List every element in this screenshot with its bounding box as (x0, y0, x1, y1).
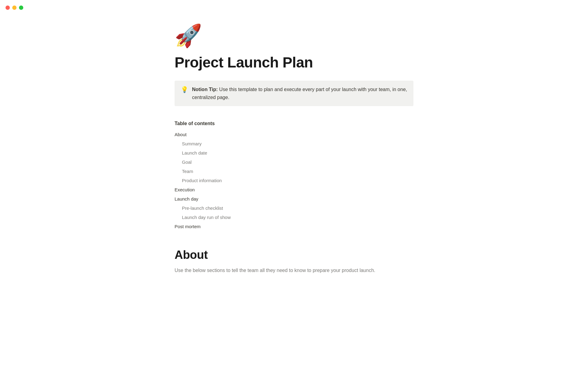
toc-item[interactable]: Execution (175, 185, 413, 194)
toc-link-about[interactable]: About (175, 132, 187, 137)
toc-item[interactable]: Post mortem (175, 222, 413, 231)
toc-item[interactable]: Launch date (175, 148, 413, 158)
toc-list: AboutSummaryLaunch dateGoalTeamProduct i… (175, 130, 413, 231)
notion-tip-callout: 💡 Notion Tip: Use this template to plan … (175, 81, 413, 106)
toc-link-pre-launch-checklist[interactable]: Pre-launch checklist (182, 205, 223, 211)
maximize-button[interactable] (19, 6, 23, 10)
lightbulb-icon: 💡 (181, 86, 188, 93)
toc-item[interactable]: Pre-launch checklist (175, 204, 413, 213)
toc-link-launch-day[interactable]: Launch day (175, 196, 198, 201)
page-icon[interactable]: 🚀 (175, 25, 413, 47)
table-of-contents: Table of contents AboutSummaryLaunch dat… (175, 121, 413, 231)
toc-item[interactable]: About (175, 130, 413, 139)
toc-link-launch-day-run-of-show[interactable]: Launch day run of show (182, 215, 231, 220)
close-button[interactable] (6, 6, 10, 10)
toc-item[interactable]: Goal (175, 158, 413, 167)
toc-item[interactable]: Product information (175, 176, 413, 185)
callout-text: Notion Tip: Use this template to plan an… (192, 86, 407, 101)
toc-link-execution[interactable]: Execution (175, 187, 195, 192)
about-heading: About (175, 248, 413, 262)
toc-link-team[interactable]: Team (182, 169, 193, 174)
toc-item[interactable]: Team (175, 167, 413, 176)
toc-link-launch-date[interactable]: Launch date (182, 150, 207, 155)
callout-regular-text: Use this template to plan and execute ev… (192, 87, 407, 100)
toc-link-post-mortem[interactable]: Post mortem (175, 224, 201, 229)
toc-item[interactable]: Launch day (175, 194, 413, 204)
window-controls (6, 6, 23, 10)
page-title: Project Launch Plan (175, 54, 413, 71)
toc-item[interactable]: Summary (175, 139, 413, 148)
about-subtext: Use the below sections to tell the team … (175, 266, 413, 274)
callout-bold-label: Notion Tip: (192, 87, 218, 92)
page-content: 🚀 Project Launch Plan 💡 Notion Tip: Use … (162, 0, 426, 311)
minimize-button[interactable] (12, 6, 17, 10)
toc-item[interactable]: Launch day run of show (175, 213, 413, 222)
toc-link-goal[interactable]: Goal (182, 159, 192, 165)
toc-link-summary[interactable]: Summary (182, 141, 202, 146)
toc-title: Table of contents (175, 121, 413, 126)
toc-link-product-information[interactable]: Product information (182, 178, 222, 183)
